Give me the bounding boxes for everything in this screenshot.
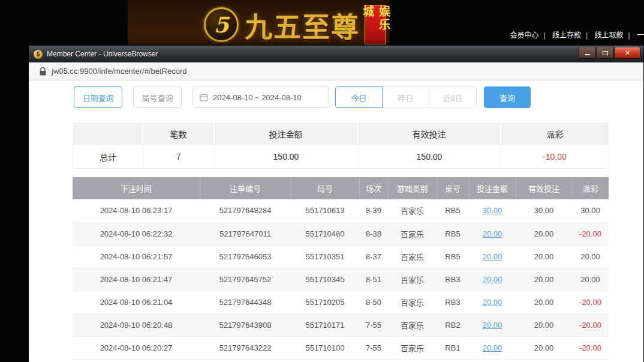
address-bar[interactable]: jw05.cc:9900/infe/mcenter/#/betRecord bbox=[29, 62, 643, 80]
cell-session: 8-50 bbox=[359, 291, 388, 313]
cell-game-type: 百家乐 bbox=[388, 199, 437, 222]
calendar-icon bbox=[200, 93, 208, 101]
summary-bet-amount-value: 150.00 bbox=[215, 145, 358, 169]
bet-table-row: 2024-08-10 06:20:27521797643222551710100… bbox=[73, 336, 609, 359]
date-query-button[interactable]: 日期查询 bbox=[74, 86, 122, 108]
cell-time: 2024-08-10 06:21:57 bbox=[73, 245, 200, 268]
cell-time: 2024-08-10 06:21:47 bbox=[73, 268, 200, 291]
cell-session: 7-55 bbox=[359, 313, 388, 336]
cell-bet-id: 521797644348 bbox=[200, 291, 291, 313]
screen: { "site_header": { "logo": { "coin": "5"… bbox=[0, 0, 644, 362]
summary-header-bet-amount: 投注金额 bbox=[215, 122, 358, 145]
summary-header-valid-bet: 有效投注 bbox=[358, 122, 501, 145]
summary-valid-bet-value: 150.00 bbox=[358, 145, 501, 169]
date-range-picker[interactable]: 2024-08-10 ~ 2024-08-10 bbox=[192, 86, 329, 108]
minimize-button[interactable] bbox=[579, 47, 596, 59]
cell-bet-id: 521797646053 bbox=[200, 245, 291, 268]
header-session: 场次 bbox=[359, 177, 388, 199]
round-query-button[interactable]: 局号查询 bbox=[133, 86, 182, 108]
maximize-button[interactable] bbox=[597, 47, 614, 59]
header-round-id: 局号 bbox=[291, 177, 359, 199]
nav-partial-item[interactable]: 一 bbox=[637, 31, 644, 40]
nav-online-deposit[interactable]: 线上存款 bbox=[552, 31, 592, 40]
cell-game-type: 百家乐 bbox=[388, 313, 437, 336]
cell-session: 8-51 bbox=[359, 268, 388, 291]
summary-header-row: 笔数 投注金额 有效投注 派彩 bbox=[73, 122, 609, 145]
bet-amount-link[interactable]: 30.00 bbox=[483, 206, 502, 215]
quick-filter-button[interactable]: 近8日 bbox=[429, 86, 477, 108]
cell-time: 2024-08-10 06:23:17 bbox=[73, 199, 200, 222]
bet-table-row: 2024-08-10 06:22:32521797647011551710480… bbox=[73, 222, 609, 245]
cell-table-no: RB5 bbox=[437, 222, 469, 245]
bet-amount-link[interactable]: 20.00 bbox=[483, 298, 502, 307]
top-nav: 会员中心 线上存款 线上取款 一 bbox=[510, 29, 644, 40]
quick-filter-button[interactable]: 今日 bbox=[335, 86, 383, 108]
url-text[interactable]: jw05.cc:9900/infe/mcenter/#/betRecord bbox=[52, 67, 186, 76]
window-title-bar[interactable]: 5 Member Center - UniverseBrowser ✕ bbox=[29, 46, 643, 62]
header-payout: 派彩 bbox=[572, 177, 609, 199]
cell-game-type: 百家乐 bbox=[388, 336, 437, 359]
cell-payout: -20.00 bbox=[572, 222, 609, 245]
cell-session: 8-39 bbox=[359, 199, 388, 222]
minimize-icon bbox=[585, 54, 590, 55]
cell-game-type: 百家乐 bbox=[388, 222, 437, 245]
cell-amount: 30.00 bbox=[469, 199, 516, 222]
cell-session: 7-55 bbox=[359, 336, 388, 359]
close-button[interactable]: ✕ bbox=[615, 47, 640, 59]
bet-amount-link[interactable]: 20.00 bbox=[483, 321, 502, 330]
site-title: 九五至尊 bbox=[245, 5, 360, 44]
cell-session: 8-38 bbox=[359, 222, 388, 245]
bet-amount-link[interactable]: 20.00 bbox=[483, 229, 502, 238]
cell-payout: 20.00 bbox=[572, 245, 609, 268]
cell-time: 2024-08-10 06:22:32 bbox=[73, 222, 200, 245]
window-title: Member Center - UniverseBrowser bbox=[47, 50, 158, 58]
summary-payout-value: -10.00 bbox=[501, 145, 609, 169]
search-button[interactable]: 查询 bbox=[484, 86, 531, 108]
summary-count-value: 7 bbox=[143, 145, 215, 169]
lock-icon bbox=[40, 67, 46, 76]
window-favicon: 5 bbox=[34, 50, 43, 59]
bet-table-row: 2024-08-10 06:23:17521797648284551710613… bbox=[73, 199, 609, 222]
filter-bar: 日期查询 局号查询 2024-08-10 ~ 2024-08-10 今日 昨日 … bbox=[73, 86, 609, 108]
cell-table-no: RB5 bbox=[437, 199, 469, 222]
header-table-no: 桌号 bbox=[437, 177, 469, 199]
bet-amount-link[interactable]: 20.00 bbox=[483, 252, 502, 261]
cell-round-id: 551710480 bbox=[291, 222, 359, 245]
bet-table-row: 2024-08-10 06:21:57521797646053551710351… bbox=[73, 245, 609, 268]
browser-window: 5 Member Center - UniverseBrowser ✕ jw05… bbox=[28, 45, 644, 362]
cell-table-no: RB1 bbox=[437, 336, 469, 359]
bet-amount-link[interactable]: 20.00 bbox=[483, 275, 502, 284]
window-controls: ✕ bbox=[578, 47, 640, 59]
cell-valid: 20.00 bbox=[516, 291, 572, 313]
header-game-type: 游戏类别 bbox=[388, 177, 437, 199]
cell-payout: -20.00 bbox=[572, 313, 609, 336]
summary-total-row: 总计 7 150.00 150.00 -10.00 bbox=[73, 145, 609, 169]
cell-payout: 30.00 bbox=[572, 199, 609, 222]
summary-header-payout: 派彩 bbox=[501, 122, 609, 145]
nav-member-center[interactable]: 会员中心 bbox=[510, 31, 550, 40]
site-logo: 5 九五至尊 娱乐城 bbox=[204, 4, 386, 46]
cell-time: 2024-08-10 06:20:27 bbox=[73, 336, 200, 359]
logo-coin-icon: 5 bbox=[204, 7, 239, 42]
cell-table-no: RB2 bbox=[437, 313, 469, 336]
quick-filter-button[interactable]: 昨日 bbox=[382, 86, 429, 108]
cell-game-type: 百家乐 bbox=[388, 245, 437, 268]
cell-bet-id: 521797645752 bbox=[200, 268, 291, 291]
bet-record-page: 日期查询 局号查询 2024-08-10 ~ 2024-08-10 今日 昨日 … bbox=[29, 80, 643, 362]
cell-valid: 20.00 bbox=[516, 336, 572, 359]
cell-amount: 20.00 bbox=[469, 313, 516, 336]
cell-table-no: RB5 bbox=[437, 245, 469, 268]
summary-header-count: 笔数 bbox=[143, 122, 215, 145]
bet-amount-link[interactable]: 20.00 bbox=[483, 343, 502, 352]
nav-online-withdraw[interactable]: 线上取款 bbox=[595, 31, 635, 40]
cell-valid: 20.00 bbox=[516, 245, 572, 268]
cell-amount: 20.00 bbox=[469, 336, 516, 359]
summary-header-empty bbox=[73, 122, 143, 145]
cell-round-id: 551710171 bbox=[291, 313, 359, 336]
cell-game-type: 百家乐 bbox=[388, 268, 437, 291]
cell-game-type: 百家乐 bbox=[388, 291, 437, 313]
bet-table-row: 2024-08-10 06:20:48521797643908551710171… bbox=[73, 313, 609, 336]
cell-valid: 30.00 bbox=[516, 199, 572, 222]
site-badge: 娱乐城 bbox=[365, 5, 386, 44]
bet-table-row: 2024-08-10 06:21:04521797644348551710205… bbox=[73, 291, 609, 313]
